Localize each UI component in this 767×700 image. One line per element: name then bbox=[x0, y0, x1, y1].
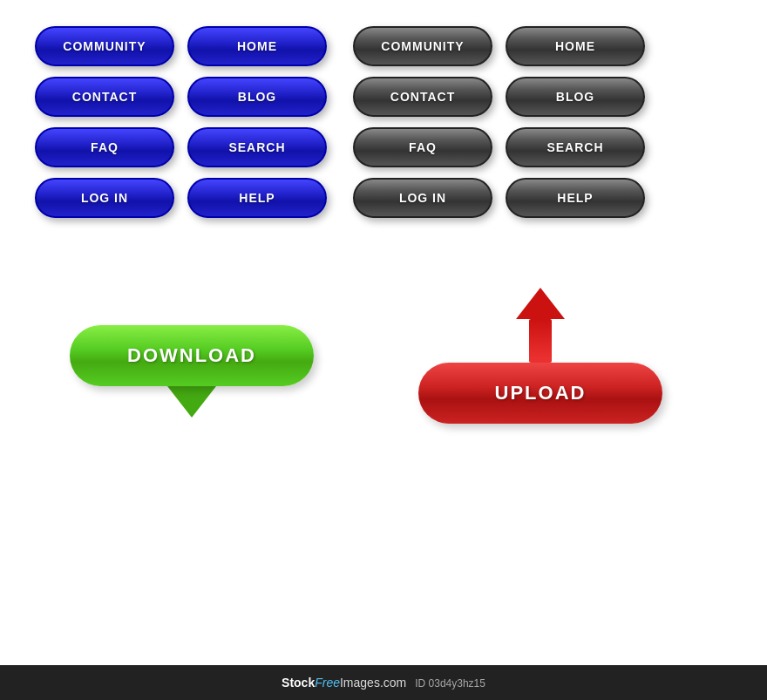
contact-blue-button[interactable]: CONTACT bbox=[35, 77, 174, 117]
dark-button-group: COMMUNITY CONTACT FAQ LOG IN HOME BLOG S… bbox=[353, 26, 645, 218]
special-buttons-section: DOWNLOAD UPLOAD bbox=[35, 270, 732, 441]
community-dark-button[interactable]: COMMUNITY bbox=[353, 26, 492, 66]
blue-col-2: HOME BLOG SEARCH HELP bbox=[187, 26, 327, 218]
help-blue-button[interactable]: HELP bbox=[187, 178, 327, 218]
blog-dark-button[interactable]: BLOG bbox=[506, 77, 645, 117]
home-blue-button[interactable]: HOME bbox=[187, 26, 327, 66]
up-arrow-shaft bbox=[529, 319, 552, 363]
watermark-id: ID 03d4y3hz15 bbox=[415, 677, 485, 690]
watermark-domain: Images.com bbox=[340, 676, 406, 690]
login-dark-button[interactable]: LOG IN bbox=[353, 178, 492, 218]
blue-button-group: COMMUNITY CONTACT FAQ LOG IN HOME BLOG S… bbox=[35, 26, 327, 218]
contact-dark-button[interactable]: CONTACT bbox=[353, 77, 492, 117]
search-blue-button[interactable]: SEARCH bbox=[187, 127, 327, 167]
watermark-bold: Stock bbox=[282, 676, 315, 690]
blue-col-1: COMMUNITY CONTACT FAQ LOG IN bbox=[35, 26, 174, 218]
faq-dark-button[interactable]: FAQ bbox=[353, 127, 492, 167]
watermark-text: StockFreeImages.comID 03d4y3hz15 bbox=[282, 676, 485, 690]
download-wrapper: DOWNLOAD bbox=[70, 325, 314, 386]
home-dark-button[interactable]: HOME bbox=[506, 26, 645, 66]
up-arrow-wrapper bbox=[516, 288, 565, 363]
download-button[interactable]: DOWNLOAD bbox=[70, 325, 314, 386]
watermark-bar: StockFreeImages.comID 03d4y3hz15 bbox=[0, 665, 767, 700]
dark-col-1: COMMUNITY CONTACT FAQ LOG IN bbox=[353, 26, 492, 218]
button-grid: COMMUNITY CONTACT FAQ LOG IN HOME BLOG S… bbox=[35, 26, 732, 218]
dark-col-2: HOME BLOG SEARCH HELP bbox=[506, 26, 645, 218]
watermark-free: Free bbox=[315, 676, 340, 690]
search-dark-button[interactable]: SEARCH bbox=[506, 127, 645, 167]
down-arrow-head bbox=[167, 386, 216, 418]
help-dark-button[interactable]: HELP bbox=[506, 178, 645, 218]
community-blue-button[interactable]: COMMUNITY bbox=[35, 26, 174, 66]
faq-blue-button[interactable]: FAQ bbox=[35, 127, 174, 167]
upload-button[interactable]: UPLOAD bbox=[418, 363, 662, 424]
blog-blue-button[interactable]: BLOG bbox=[187, 77, 327, 117]
login-blue-button[interactable]: LOG IN bbox=[35, 178, 174, 218]
up-arrow-head bbox=[516, 288, 565, 319]
upload-wrapper: UPLOAD bbox=[418, 288, 662, 424]
